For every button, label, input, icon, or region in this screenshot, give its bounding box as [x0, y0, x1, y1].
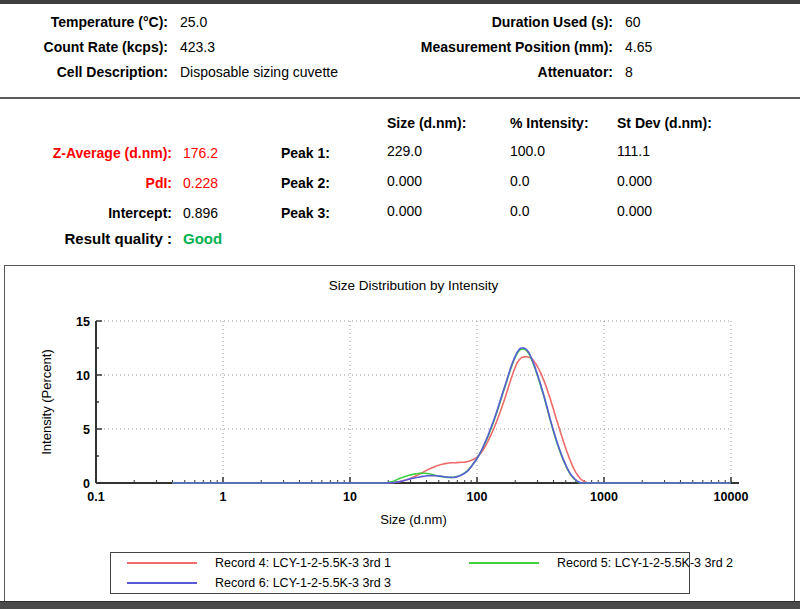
- peak2-intensity: 0.0: [510, 171, 529, 191]
- legend-item: Record 4: LCY-1-2-5.5K-3 3rd 1: [111, 554, 453, 572]
- measurement-position-value: 4.65: [625, 37, 652, 57]
- chart-canvas: 0510150.1110100100010000Size Distributio…: [5, 266, 792, 599]
- dls-report-page: Temperature (°C): 25.0 Count Rate (kcps)…: [0, 0, 800, 610]
- legend-series-label: Record 6: LCY-1-2-5.5K-3 3rd 3: [215, 576, 391, 590]
- svg-text:0.1: 0.1: [87, 490, 104, 504]
- intercept-value: 0.896: [183, 203, 218, 223]
- peak2-label: Peak 2:: [230, 173, 330, 193]
- svg-text:0: 0: [83, 477, 90, 491]
- peak1-label: Peak 1:: [230, 143, 330, 163]
- svg-text:5: 5: [83, 423, 90, 437]
- peak3-size: 0.000: [387, 201, 422, 221]
- y-axis-label: Intensity (Percent): [39, 349, 54, 455]
- legend-item: Record 5: LCY-1-2-5.5K-3 3rd 2: [453, 554, 733, 572]
- intercept-label: Intercept:: [0, 203, 172, 223]
- pdi-value: 0.228: [183, 173, 218, 193]
- svg-text:1: 1: [220, 490, 227, 504]
- z-average-value: 176.2: [183, 143, 218, 163]
- legend-line-sample: [127, 582, 197, 584]
- section-divider: [0, 97, 800, 99]
- legend-line-sample: [127, 562, 197, 564]
- legend-series-label: Record 5: LCY-1-2-5.5K-3 3rd 2: [557, 556, 733, 570]
- pdi-label: PdI:: [0, 173, 172, 193]
- svg-text:100: 100: [467, 490, 488, 504]
- svg-text:1000: 1000: [590, 490, 618, 504]
- result-quality-value: Good: [183, 229, 222, 249]
- peak3-intensity: 0.0: [510, 201, 529, 221]
- x-axis-label: Size (d.nm): [380, 512, 446, 527]
- peaks-header-size: Size (d.nm):: [387, 113, 466, 133]
- peak2-stdev: 0.000: [617, 171, 652, 191]
- z-average-label: Z-Average (d.nm):: [0, 143, 172, 163]
- attenuator-label: Attenuator:: [330, 62, 613, 82]
- chart-title: Size Distribution by Intensity: [329, 278, 499, 293]
- peak1-size: 229.0: [387, 141, 422, 161]
- temperature-label: Temperature (°C):: [0, 12, 168, 32]
- bottom-border-bar: [0, 601, 800, 609]
- peak3-label: Peak 3:: [230, 203, 330, 223]
- peak1-stdev: 111.1: [617, 141, 650, 161]
- legend-series-label: Record 4: LCY-1-2-5.5K-3 3rd 1: [215, 556, 391, 570]
- legend-line-sample: [469, 562, 539, 564]
- svg-text:10: 10: [343, 490, 357, 504]
- svg-text:10000: 10000: [714, 490, 749, 504]
- cell-description-value: Disposable sizing cuvette: [180, 62, 338, 82]
- svg-text:15: 15: [76, 315, 90, 329]
- peak1-intensity: 100.0: [510, 141, 545, 161]
- peaks-header-intensity: % Intensity:: [510, 113, 589, 133]
- top-border-bar: [0, 0, 800, 4]
- measurement-position-label: Measurement Position (mm):: [330, 37, 613, 57]
- result-quality-label: Result quality :: [0, 229, 172, 249]
- peaks-header-stdev: St Dev (d.nm):: [617, 113, 712, 133]
- chart-legend: Record 4: LCY-1-2-5.5K-3 3rd 1Record 5: …: [110, 552, 690, 594]
- count-rate-value: 423.3: [180, 37, 215, 57]
- svg-text:10: 10: [76, 369, 90, 383]
- legend-item: Record 6: LCY-1-2-5.5K-3 3rd 3: [111, 574, 453, 592]
- duration-used-value: 60: [625, 12, 641, 32]
- count-rate-label: Count Rate (kcps):: [0, 37, 168, 57]
- peak3-stdev: 0.000: [617, 201, 652, 221]
- attenuator-value: 8: [625, 62, 633, 82]
- peak2-size: 0.000: [387, 171, 422, 191]
- temperature-value: 25.0: [180, 12, 207, 32]
- cell-description-label: Cell Description:: [0, 62, 168, 82]
- duration-used-label: Duration Used (s):: [330, 12, 613, 32]
